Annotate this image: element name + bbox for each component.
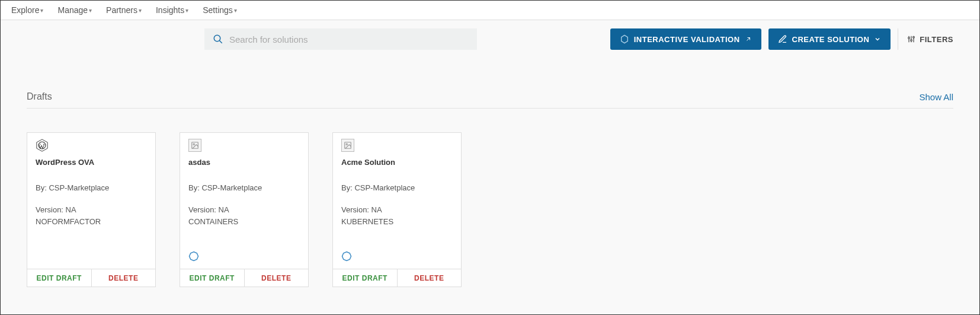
nav-item-partners[interactable]: Partners ▾ [106,5,142,15]
svg-point-0 [214,35,220,42]
search-icon [213,34,223,44]
nav-label: Explore [11,5,39,15]
validation-badge-icon [188,251,199,262]
draft-card: WordPress OVA By: CSP-Marketplace Versio… [27,132,156,287]
chevron-down-icon: ▾ [234,7,237,14]
main-content: INTERACTIVE VALIDATION CREATE SOLUTION F… [1,20,979,314]
edit-icon [778,34,787,44]
filters-button[interactable]: FILTERS [898,28,953,50]
card-body: asdas By: CSP-Marketplace Version: NA CO… [180,133,308,269]
svg-point-15 [346,144,347,145]
svg-line-1 [219,40,222,43]
chevron-down-icon [874,36,881,43]
button-label: INTERACTIVE VALIDATION [634,35,740,44]
filters-icon [907,34,916,44]
svg-marker-2 [621,35,627,43]
validation-icon [620,34,629,44]
card-version: Version: NA [188,204,300,216]
section-header: Drafts Show All [27,91,953,109]
card-body: WordPress OVA By: CSP-Marketplace Versio… [27,133,155,269]
draft-card: asdas By: CSP-Marketplace Version: NA CO… [180,132,309,287]
svg-marker-13 [190,252,198,261]
svg-point-8 [913,36,915,38]
svg-point-12 [193,144,194,145]
chevron-down-icon: ▾ [89,7,92,14]
wordpress-icon [36,139,49,152]
chevron-down-icon: ▾ [40,7,43,14]
delete-button[interactable]: DELETE [244,269,309,287]
image-placeholder-icon [341,139,354,152]
section-title: Drafts [27,91,52,102]
nav-item-explore[interactable]: Explore ▾ [11,5,43,15]
search-box[interactable] [204,28,477,50]
card-actions: EDIT DRAFT DELETE [333,269,461,287]
nav-item-manage[interactable]: Manage ▾ [57,5,92,15]
button-label: CREATE SOLUTION [792,35,870,44]
card-body: Acme Solution By: CSP-Marketplace Versio… [333,133,461,269]
top-nav: Explore ▾ Manage ▾ Partners ▾ Insights ▾… [1,1,979,20]
card-publisher: By: CSP-Marketplace [341,183,453,192]
nav-label: Partners [106,5,137,15]
image-placeholder-icon [188,139,201,152]
nav-item-insights[interactable]: Insights ▾ [156,5,188,15]
filters-label: FILTERS [920,35,953,44]
card-publisher: By: CSP-Marketplace [188,183,300,192]
card-form-factor: KUBERNETES [341,216,453,228]
chevron-down-icon: ▾ [139,7,142,14]
nav-label: Manage [57,5,88,15]
delete-button[interactable]: DELETE [397,269,462,287]
svg-point-6 [911,40,912,42]
svg-marker-16 [342,252,351,261]
edit-draft-button[interactable]: EDIT DRAFT [27,269,91,287]
create-solution-button[interactable]: CREATE SOLUTION [768,28,891,50]
edit-draft-button[interactable]: EDIT DRAFT [180,269,244,287]
nav-item-settings[interactable]: Settings ▾ [203,5,237,15]
card-title: asdas [188,158,300,167]
card-title: WordPress OVA [36,158,147,167]
interactive-validation-button[interactable]: INTERACTIVE VALIDATION [610,28,761,50]
card-title: Acme Solution [341,158,453,167]
validation-badge-icon [341,251,352,262]
nav-label: Settings [203,5,233,15]
svg-point-4 [908,37,910,39]
card-form-factor: NOFORMFACTOR [36,216,147,228]
cards-row: WordPress OVA By: CSP-Marketplace Versio… [27,132,953,287]
draft-card: Acme Solution By: CSP-Marketplace Versio… [332,132,462,287]
nav-label: Insights [156,5,184,15]
show-all-link[interactable]: Show All [919,92,953,102]
card-form-factor: CONTAINERS [188,216,300,228]
delete-button[interactable]: DELETE [91,269,156,287]
card-actions: EDIT DRAFT DELETE [180,269,308,287]
card-actions: EDIT DRAFT DELETE [27,269,155,287]
external-link-icon [745,36,752,43]
edit-draft-button[interactable]: EDIT DRAFT [333,269,397,287]
card-publisher: By: CSP-Marketplace [36,183,147,192]
toolbar: INTERACTIVE VALIDATION CREATE SOLUTION F… [27,20,953,50]
card-version: Version: NA [341,204,453,216]
card-version: Version: NA [36,204,147,216]
search-input[interactable] [229,34,469,44]
chevron-down-icon: ▾ [185,7,188,14]
